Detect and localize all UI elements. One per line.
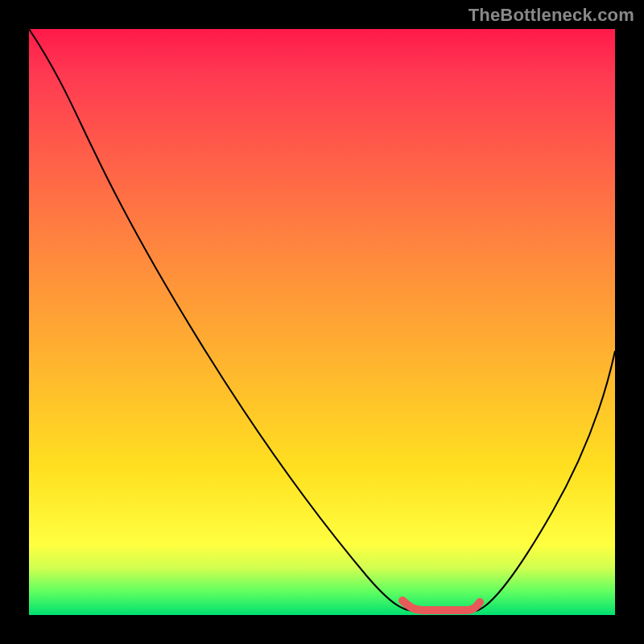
curve-svg (29, 29, 615, 615)
watermark: TheBottleneck.com (469, 5, 634, 26)
chart-canvas (29, 29, 615, 615)
accent-segment (402, 601, 480, 610)
bottleneck-curve (29, 29, 615, 611)
